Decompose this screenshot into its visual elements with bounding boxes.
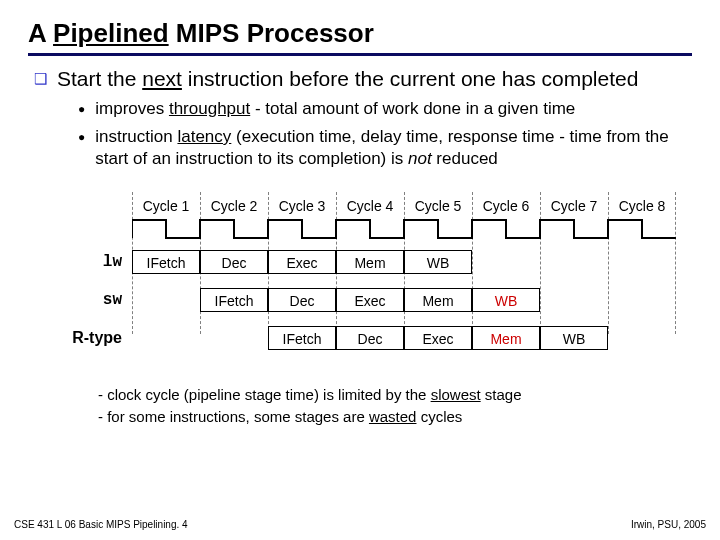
pipeline-empty-cell bbox=[132, 288, 200, 312]
pipeline-row-lw: lwIFetchDecExecMemWB bbox=[36, 248, 608, 276]
bullet-level1: ❑ Start the next instruction before the … bbox=[34, 66, 692, 92]
pipeline-row-sw: swIFetchDecExecMemWB bbox=[36, 286, 608, 314]
bullet-level2: ● improves throughput - total amount of … bbox=[78, 98, 692, 120]
pipeline-stage-cell: Mem bbox=[336, 250, 404, 274]
row-label: R-type bbox=[36, 329, 122, 347]
pipeline-stage-cell: IFetch bbox=[200, 288, 268, 312]
row-label: sw bbox=[36, 291, 122, 309]
cycle-header: Cycle 5 bbox=[404, 194, 472, 214]
cycle-header: Cycle 4 bbox=[336, 194, 404, 214]
bullet-level2: ● instruction latency (execution time, d… bbox=[78, 126, 692, 170]
pipeline-empty-cell bbox=[132, 326, 200, 350]
pipeline-stage-cell: Dec bbox=[336, 326, 404, 350]
pipeline-diagram: Cycle 1Cycle 2Cycle 3Cycle 4Cycle 5Cycle… bbox=[36, 194, 692, 374]
square-bullet-icon: ❑ bbox=[34, 66, 47, 92]
cycle-header: Cycle 2 bbox=[200, 194, 268, 214]
pipeline-stage-cell: Mem bbox=[472, 326, 540, 350]
cycle-header: Cycle 1 bbox=[132, 194, 200, 214]
clock-waveform-icon bbox=[132, 218, 676, 240]
pipeline-stage-cell: Dec bbox=[268, 288, 336, 312]
pipeline-empty-cell bbox=[200, 326, 268, 350]
pipeline-stage-cell: Exec bbox=[404, 326, 472, 350]
pipeline-stage-cell: Exec bbox=[268, 250, 336, 274]
cycle-header: Cycle 3 bbox=[268, 194, 336, 214]
pipeline-stage-cell: Dec bbox=[200, 250, 268, 274]
pipeline-stage-cell: IFetch bbox=[132, 250, 200, 274]
pipeline-stage-cell: Exec bbox=[336, 288, 404, 312]
dot-bullet-icon: ● bbox=[78, 126, 85, 170]
footer-right: Irwin, PSU, 2005 bbox=[631, 519, 706, 530]
cycle-header: Cycle 7 bbox=[540, 194, 608, 214]
notes: - clock cycle (pipeline stage time) is l… bbox=[98, 384, 692, 428]
cycle-header: Cycle 8 bbox=[608, 194, 676, 214]
cycle-header: Cycle 6 bbox=[472, 194, 540, 214]
row-label: lw bbox=[36, 253, 122, 271]
pipeline-stage-cell: IFetch bbox=[268, 326, 336, 350]
pipeline-stage-cell: WB bbox=[472, 288, 540, 312]
pipeline-stage-cell: Mem bbox=[404, 288, 472, 312]
pipeline-stage-cell: WB bbox=[540, 326, 608, 350]
pipeline-stage-cell: WB bbox=[404, 250, 472, 274]
pipeline-row-rtype: R-typeIFetchDecExecMemWB bbox=[36, 324, 608, 352]
footer-left: CSE 431 L 06 Basic MIPS Pipelining. 4 bbox=[14, 519, 188, 530]
slide-title: A Pipelined MIPS Processor bbox=[28, 18, 692, 56]
dot-bullet-icon: ● bbox=[78, 98, 85, 120]
